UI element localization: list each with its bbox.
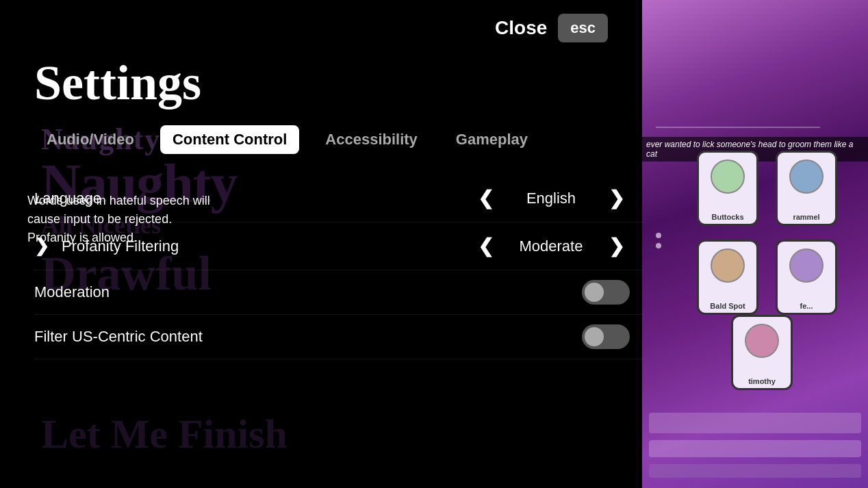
card-avatar-5 xyxy=(745,324,779,358)
close-button[interactable]: Close xyxy=(495,17,547,39)
card-avatar-2 xyxy=(789,159,824,194)
tooltip-text: Words used in hateful speech will cause … xyxy=(27,194,210,244)
card-buttocks: Buttocks xyxy=(697,151,758,226)
card-avatar-3 xyxy=(711,248,745,283)
profanity-value-group: ❮ Moderate ❯ xyxy=(472,232,643,260)
tab-gameplay[interactable]: Gameplay xyxy=(444,125,540,154)
game-panel-bg: ever wanted to lick someone's head to gr… xyxy=(642,0,868,488)
tab-audio-video[interactable]: Audio/Video xyxy=(34,125,146,154)
esc-badge[interactable]: esc xyxy=(558,14,608,42)
bottom-light-bar xyxy=(649,440,861,457)
card-label-2: rammel xyxy=(793,213,819,221)
card-timothy: timothy xyxy=(731,315,793,390)
card-fe: fe... xyxy=(776,240,837,315)
card-label-4: fe... xyxy=(800,302,813,310)
dot-1 xyxy=(656,233,661,238)
language-right-arrow[interactable]: ❯ xyxy=(603,184,630,212)
dot-2 xyxy=(656,243,661,248)
divider-line-1 xyxy=(656,127,820,128)
game-panel: ever wanted to lick someone's head to gr… xyxy=(642,0,868,488)
card-avatar-4 xyxy=(789,248,824,283)
bottom-purple-bar xyxy=(649,413,861,433)
profanity-left-arrow[interactable]: ❮ xyxy=(472,232,499,260)
tooltip-box: Words used in hateful speech will cause … xyxy=(27,192,219,247)
card-label-1: Buttocks xyxy=(711,213,743,221)
tabs-row: Audio/Video Content Control Accessibilit… xyxy=(34,125,643,154)
settings-title: Settings xyxy=(34,55,643,112)
card-label-3: Bald Spot xyxy=(710,302,745,310)
language-left-arrow[interactable]: ❮ xyxy=(472,184,499,212)
filter-us-label: Filter US-Centric Content xyxy=(34,328,240,346)
close-area: Close esc xyxy=(495,14,608,42)
card-label-5: timothy xyxy=(748,377,776,385)
moderation-toggle[interactable] xyxy=(582,280,630,305)
profanity-right-arrow[interactable]: ❯ xyxy=(603,232,630,260)
card-avatar-1 xyxy=(711,159,745,194)
profanity-value: Moderate xyxy=(510,237,592,255)
moderation-row: Moderation xyxy=(34,270,643,315)
tab-accessibility[interactable]: Accessibility xyxy=(313,125,430,154)
filter-us-centric-row: Filter US-Centric Content xyxy=(34,315,643,359)
language-value-group: ❮ English ❯ xyxy=(472,184,643,212)
card-bald-spot: Bald Spot xyxy=(697,240,758,315)
filter-us-toggle[interactable] xyxy=(582,324,630,349)
language-value: English xyxy=(510,190,592,207)
bottom-dark-bar xyxy=(649,464,861,478)
card-rammel: rammel xyxy=(776,151,837,226)
moderation-label: Moderation xyxy=(34,283,240,301)
tab-content-control[interactable]: Content Control xyxy=(160,125,299,154)
